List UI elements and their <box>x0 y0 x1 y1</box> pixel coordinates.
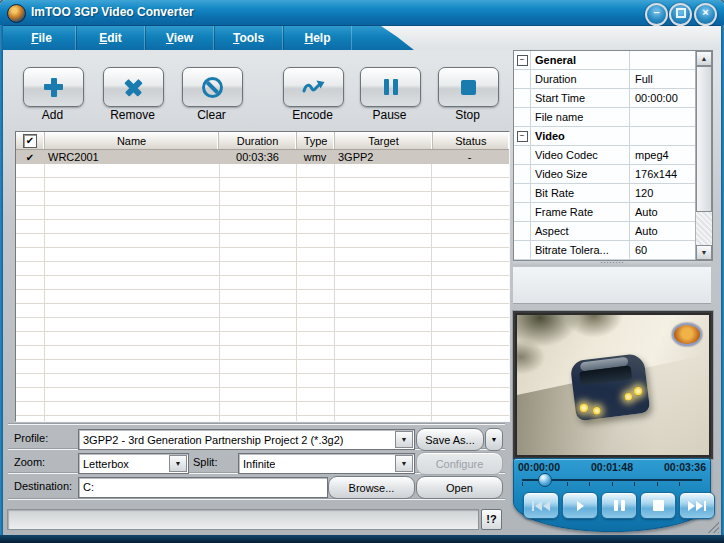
scroll-up-icon[interactable]: ▲ <box>696 51 712 66</box>
property-video-codec: Video Codec mpeg4 <box>514 146 712 165</box>
minimize-icon: – <box>653 6 659 18</box>
headlight <box>624 392 633 401</box>
pause-button[interactable] <box>360 67 421 107</box>
property-label: Video Size <box>531 165 630 183</box>
chevron-down-icon[interactable]: ▼ <box>169 455 187 472</box>
save-as-button[interactable]: Save As... <box>416 428 484 451</box>
seek-thumb[interactable] <box>538 473 552 487</box>
add-button[interactable] <box>23 67 84 107</box>
grid-line <box>44 164 45 421</box>
column-target[interactable]: Target <box>335 132 432 149</box>
resize-grip[interactable] <box>707 521 719 533</box>
time-total: 00:03:36 <box>664 461 706 473</box>
separator <box>8 423 505 425</box>
next-button[interactable] <box>679 492 715 519</box>
column-name[interactable]: Name <box>45 132 220 149</box>
encode-label: Encode <box>283 108 342 122</box>
property-start-time: Start Time 00:00:00 <box>514 89 712 108</box>
split-label: Split: <box>193 456 217 468</box>
encode-button[interactable] <box>283 67 344 107</box>
menu-edit[interactable]: Edit <box>76 26 146 50</box>
remove-button[interactable] <box>103 67 164 107</box>
property-label: Start Time <box>531 89 630 107</box>
row-target: 3GPP2 <box>334 151 431 163</box>
help-button[interactable]: !? <box>481 509 502 530</box>
maximize-button[interactable] <box>669 3 692 26</box>
player-buttons <box>523 492 715 519</box>
scrollbar-thumb[interactable] <box>696 66 712 212</box>
configure-button[interactable]: Configure <box>416 452 503 475</box>
chevron-down-icon[interactable]: ▼ <box>395 455 413 472</box>
property-label: Bit Rate <box>531 184 630 202</box>
window-title: ImTOO 3GP Video Converter <box>31 0 194 25</box>
menu-file[interactable]: File <box>7 26 77 50</box>
status-field <box>7 509 479 530</box>
column-status[interactable]: Status <box>433 132 509 149</box>
broadcaster-logo <box>672 323 702 346</box>
stop-play-button[interactable] <box>640 492 676 519</box>
profile-label: Profile: <box>14 432 48 444</box>
play-button[interactable] <box>562 492 598 519</box>
add-label: Add <box>23 108 82 122</box>
time-middle: 00:01:48 <box>591 461 633 473</box>
open-button[interactable]: Open <box>416 476 503 499</box>
maximize-icon <box>676 8 686 18</box>
browse-button[interactable]: Browse... <box>328 476 415 499</box>
save-as-menu-button[interactable]: ▼ <box>485 428 503 451</box>
chevron-down-icon: ▼ <box>491 436 498 443</box>
property-frame-rate: Frame Rate Auto <box>514 203 712 222</box>
destination-input[interactable]: C: <box>78 477 328 498</box>
row-duration: 00:03:36 <box>219 151 296 163</box>
property-bit-rate: Bit Rate 120 <box>514 184 712 203</box>
remove-label: Remove <box>103 108 162 122</box>
grid-line <box>296 164 297 421</box>
minimize-button[interactable]: – <box>645 3 668 26</box>
select-all-header[interactable]: ✔ <box>16 132 45 149</box>
split-select[interactable]: Infinite ▼ <box>238 453 415 474</box>
close-button[interactable]: × <box>694 3 717 26</box>
collapse-icon[interactable]: − <box>517 55 528 66</box>
column-type[interactable]: Type <box>297 132 336 149</box>
time-current: 00:00:00 <box>518 461 560 473</box>
table-row[interactable]: ✔ WRC2001 00:03:36 wmv 3GPP2 - <box>16 150 509 164</box>
stop-label: Stop <box>438 108 497 122</box>
file-list-empty-area <box>16 164 509 421</box>
properties-scrollbar[interactable]: ▲ ▼ <box>695 51 712 260</box>
time-readout: 00:00:00 00:01:48 00:03:36 <box>518 461 706 473</box>
property-label: Video <box>531 127 630 145</box>
prohibition-icon <box>202 77 223 98</box>
column-duration[interactable]: Duration <box>219 132 296 149</box>
previous-button[interactable] <box>523 492 559 519</box>
clear-button[interactable] <box>182 67 243 107</box>
row-name: WRC2001 <box>44 151 219 163</box>
zoom-select[interactable]: Letterbox ▼ <box>78 453 189 474</box>
grid-line <box>219 164 220 421</box>
property-duration: Duration Full <box>514 70 712 89</box>
select-all-checkbox[interactable]: ✔ <box>23 134 37 148</box>
chevron-down-icon[interactable]: ▼ <box>395 431 413 448</box>
row-status: - <box>431 151 508 163</box>
scroll-down-icon[interactable]: ▼ <box>696 245 712 260</box>
property-label: Duration <box>531 70 630 88</box>
wave-arrow-icon <box>302 78 326 96</box>
menu-view[interactable]: View <box>145 26 215 50</box>
pause-play-button[interactable] <box>601 492 637 519</box>
stop-button[interactable] <box>438 67 499 107</box>
collapse-icon[interactable]: − <box>517 131 528 142</box>
menu-tools[interactable]: Tools <box>214 26 284 50</box>
profile-select[interactable]: 3GPP2 - 3rd Generation Partnership Proje… <box>78 429 415 450</box>
panel-splitter[interactable]: ········ <box>513 261 711 266</box>
app-window: ImTOO 3GP Video Converter – × File Edit … <box>0 0 724 543</box>
video-preview <box>512 310 714 460</box>
row-checkbox[interactable]: ✔ <box>16 152 44 163</box>
app-logo-icon <box>7 4 26 23</box>
menu-help[interactable]: Help <box>283 26 352 50</box>
rally-car <box>570 353 651 422</box>
property-label: Frame Rate <box>531 203 630 221</box>
cross-icon <box>120 74 147 101</box>
property-file-name: File name <box>514 108 712 127</box>
close-icon: × <box>702 6 708 18</box>
headlight <box>633 386 643 396</box>
property-label: Aspect <box>531 222 630 240</box>
property-group-general: − General <box>514 51 712 70</box>
